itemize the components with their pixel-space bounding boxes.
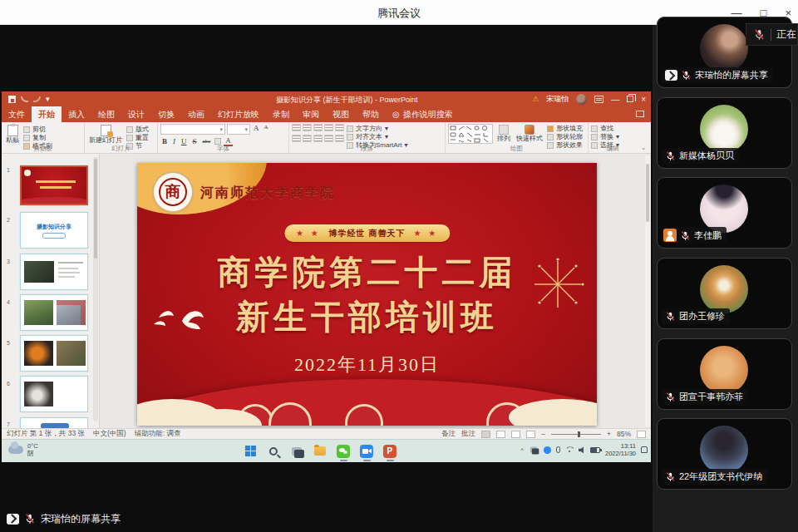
find-button[interactable]: 查找 [591, 125, 634, 132]
tab-review[interactable]: 审阅 [296, 106, 326, 122]
tab-insert[interactable]: 插入 [62, 106, 91, 122]
quick-styles-button[interactable]: 快速样式 [515, 124, 544, 145]
align-center-icon[interactable] [303, 135, 312, 142]
slide-thumb-4[interactable] [20, 294, 88, 331]
tab-file[interactable]: 文件 [2, 106, 32, 122]
tab-slideshow[interactable]: 幻灯片放映 [211, 106, 266, 122]
indent-decrease-icon[interactable] [313, 124, 323, 131]
paste-button[interactable]: 粘贴 [4, 124, 21, 145]
justify-icon[interactable] [324, 135, 333, 142]
task-view-button[interactable] [288, 442, 305, 460]
comments-button[interactable]: 批注 [461, 429, 475, 439]
char-spacing-icon[interactable] [214, 138, 221, 145]
battery-icon[interactable] [590, 447, 600, 453]
hidden-icons-chevron[interactable]: ^ [520, 446, 524, 454]
arrange-button[interactable]: 排列 [495, 124, 512, 145]
participant-tile-5[interactable]: 团宣干事韩亦菲 [657, 338, 792, 410]
wifi-icon[interactable] [565, 446, 574, 453]
tellme-search[interactable]: ◎ 操作说明搜索 [386, 106, 460, 122]
zoom-percent[interactable]: 85% [617, 430, 631, 438]
ribbon-display-icon[interactable] [594, 96, 603, 103]
slide-thumb-1[interactable] [20, 165, 88, 205]
reset-button[interactable]: 重置 [126, 134, 149, 141]
align-left-icon[interactable] [292, 135, 301, 142]
ppt-close-button[interactable]: × [641, 95, 646, 104]
ribbon-share-icon[interactable] [636, 111, 644, 117]
collapse-ribbon-icon[interactable]: ⌄ [637, 122, 650, 153]
layout-button[interactable]: 版式 [126, 126, 149, 133]
numbering-icon[interactable] [303, 124, 312, 131]
taskbar-search-button[interactable] [264, 442, 282, 460]
zoom-in-button[interactable]: + [607, 430, 611, 438]
tab-view[interactable]: 视图 [326, 106, 356, 122]
meeting-app-button[interactable] [357, 442, 375, 460]
indent-increase-icon[interactable] [324, 124, 333, 131]
clear-format-button[interactable]: abc [201, 138, 213, 145]
tray-meeting-icon[interactable] [544, 446, 551, 454]
ppt-account-avatar[interactable] [576, 94, 587, 105]
canvas-scrollbar[interactable] [645, 155, 650, 426]
tab-design[interactable]: 设计 [121, 106, 151, 122]
align-right-icon[interactable] [313, 135, 323, 142]
cut-button[interactable]: 剪切 [23, 126, 52, 133]
tab-record[interactable]: 录制 [266, 106, 296, 122]
ppt-account-name[interactable]: 宋瑞怡 [546, 94, 569, 105]
columns-icon[interactable] [335, 135, 344, 142]
redo-icon[interactable] [33, 96, 41, 102]
qat-dropdown-icon[interactable]: ▾ [46, 95, 50, 103]
reading-view-icon[interactable] [511, 431, 520, 438]
slide-thumb-3[interactable] [20, 254, 88, 290]
shrink-font-button[interactable]: A [263, 124, 270, 135]
powerpoint-button[interactable]: P [381, 442, 398, 460]
zoom-out-button[interactable]: − [541, 430, 545, 438]
copy-button[interactable]: 复制 [23, 134, 52, 141]
taskbar-clock[interactable]: 13:112022/11/30 [605, 442, 636, 458]
volume-icon[interactable] [579, 446, 585, 453]
weather-widget[interactable]: 0°C阴 [8, 442, 38, 458]
slide-thumb-6[interactable] [20, 376, 88, 412]
ppt-minimize-button[interactable]: — [611, 95, 619, 104]
participant-tile-4[interactable]: 团办王修珍 [657, 258, 792, 329]
slide-thumbnail-panel[interactable]: 1 2 摄影知识分享 3 [2, 154, 100, 428]
shape-fill-button[interactable]: 形状填充 [547, 125, 583, 132]
slide-thumb-7[interactable] [20, 417, 88, 428]
tab-animations[interactable]: 动画 [181, 106, 211, 122]
accessibility-status[interactable]: 辅助功能: 调查 [135, 429, 181, 439]
slide-thumb-5[interactable] [20, 335, 88, 372]
tray-mic-icon[interactable] [556, 446, 560, 453]
normal-view-icon[interactable] [481, 431, 490, 438]
thumbnail-scrollbar[interactable] [93, 157, 98, 421]
participant-tile-3[interactable]: 李佳鹏 [657, 177, 792, 249]
tab-draw[interactable]: 绘图 [91, 106, 121, 122]
shapes-gallery[interactable] [448, 124, 493, 144]
ppt-restore-button[interactable] [627, 96, 633, 102]
start-button[interactable] [241, 442, 259, 460]
bullets-icon[interactable] [292, 124, 301, 131]
font-name-box[interactable]: ▾ [160, 124, 225, 135]
undo-icon[interactable] [21, 96, 28, 102]
text-direction-button[interactable]: 文字方向▾ [347, 125, 408, 132]
slideshow-icon[interactable] [526, 431, 535, 438]
tab-transitions[interactable]: 切换 [151, 106, 181, 122]
language-indicator[interactable]: 中文(中国) [93, 429, 126, 439]
save-icon[interactable] [8, 96, 16, 103]
slide-sorter-icon[interactable] [496, 431, 505, 438]
align-text-button[interactable]: 对齐文本▾ [347, 133, 408, 140]
font-size-box[interactable]: ▾ [227, 124, 250, 135]
zoom-slider[interactable] [551, 434, 601, 435]
notification-icon[interactable] [641, 446, 648, 453]
fit-to-window-icon[interactable] [637, 431, 646, 438]
wechat-button[interactable] [334, 442, 352, 460]
slide-thumb-2[interactable]: 摄影知识分享 [20, 212, 88, 249]
tab-home[interactable]: 开始 [32, 106, 62, 122]
notes-button[interactable]: 备注 [441, 429, 456, 439]
participant-tile-2[interactable]: 新媒体杨贝贝 [657, 97, 792, 169]
grow-font-button[interactable]: A [252, 124, 261, 135]
replace-button[interactable]: 替换▾ [591, 133, 634, 140]
shape-outline-button[interactable]: 形状轮廓 [547, 133, 583, 140]
file-explorer-button[interactable] [311, 442, 328, 460]
tray-app-icon[interactable] [530, 447, 537, 453]
new-slide-button[interactable]: 新建幻灯片 [87, 124, 124, 145]
participant-tile-6[interactable]: 22年级团支书代伊纳 [657, 418, 792, 490]
line-spacing-icon[interactable] [335, 124, 344, 131]
